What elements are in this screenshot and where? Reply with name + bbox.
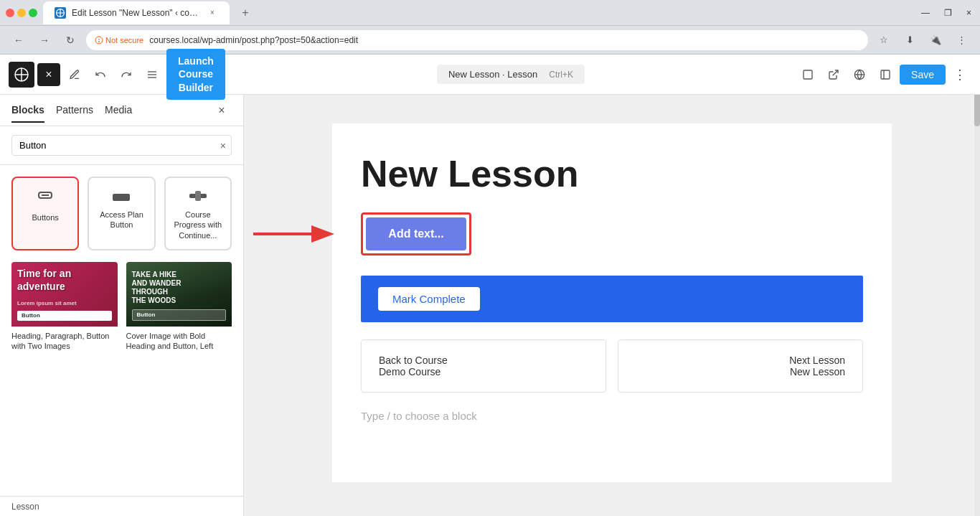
pattern-card-label-2: Cover Image with Bold Heading and Button… bbox=[126, 327, 232, 356]
url-text: courses.local/wp-admin/post.php?post=50&… bbox=[149, 35, 358, 45]
keyboard-shortcut: Ctrl+K bbox=[549, 70, 573, 80]
wp-logo[interactable] bbox=[9, 62, 34, 88]
pen-tool-button[interactable] bbox=[63, 63, 86, 86]
minimize-button[interactable]: — bbox=[918, 5, 933, 21]
pattern-card-hiking[interactable]: TAKE A HIKEAND WANDERTHROUGHTHE WOODS Bu… bbox=[126, 262, 232, 356]
svg-rect-12 bbox=[881, 70, 890, 79]
undo-button[interactable] bbox=[89, 63, 112, 86]
svg-rect-8 bbox=[804, 70, 812, 79]
mark-complete-bar: Mark Complete bbox=[361, 276, 863, 322]
lesson-title: New Lesson bbox=[361, 152, 863, 195]
sidebar-toggle-button[interactable] bbox=[874, 63, 897, 86]
more-options-button[interactable]: ⋮ bbox=[948, 63, 971, 86]
svg-line-9 bbox=[833, 70, 838, 75]
browser-menu-icon[interactable]: ⋮ bbox=[951, 30, 971, 50]
save-button[interactable]: Save bbox=[900, 65, 946, 85]
block-label-access-plan: Access Plan Button bbox=[95, 210, 148, 230]
access-plan-block-icon bbox=[113, 187, 130, 205]
block-search-container: × bbox=[0, 126, 243, 165]
search-clear-button[interactable]: × bbox=[220, 140, 226, 151]
pattern-card-label-1: Heading, Paragraph, Button with Two Imag… bbox=[11, 327, 118, 356]
external-link-button[interactable] bbox=[822, 63, 845, 86]
bookmark-icon[interactable]: ☆ bbox=[874, 30, 894, 50]
search-input[interactable] bbox=[11, 135, 232, 156]
next-lesson-label: Next Lesson bbox=[636, 355, 845, 366]
next-lesson-block[interactable]: Next Lesson New Lesson bbox=[618, 339, 863, 393]
scrollbar-track bbox=[974, 95, 980, 516]
blocks-content: Buttons Access Plan Button bbox=[0, 165, 243, 496]
list-view-button[interactable] bbox=[141, 63, 164, 86]
course-progress-block-icon bbox=[189, 187, 207, 205]
download-icon[interactable]: ⬇ bbox=[900, 30, 920, 50]
address-bar[interactable]: Not secure courses.local/wp-admin/post.p… bbox=[86, 30, 868, 50]
mark-complete-button[interactable]: Mark Complete bbox=[378, 287, 480, 311]
close-document-button[interactable]: × bbox=[37, 63, 60, 86]
blocks-sidebar: Blocks Patterns Media × × Butto bbox=[0, 95, 244, 516]
forward-button[interactable]: → bbox=[34, 30, 55, 50]
block-item-access-plan[interactable]: Access Plan Button bbox=[88, 177, 155, 250]
block-label-buttons: Buttons bbox=[32, 212, 59, 222]
new-tab-button[interactable]: + bbox=[235, 3, 255, 23]
tab-media[interactable]: Media bbox=[105, 98, 132, 123]
next-lesson-name: New Lesson bbox=[636, 366, 845, 377]
block-label-course-progress: Course Progress with Continue... bbox=[171, 210, 225, 240]
editor-content-area: New Lesson bbox=[244, 95, 980, 516]
close-tab-button[interactable]: × bbox=[207, 7, 218, 19]
tab-blocks[interactable]: Blocks bbox=[11, 98, 44, 123]
post-title-display: New Lesson · Lesson Ctrl+K bbox=[437, 65, 585, 84]
browser-tab[interactable]: Edit Lesson "New Lesson" ‹ cou... × bbox=[43, 1, 230, 24]
pattern-card-image-2: TAKE A HIKEAND WANDERTHROUGHTHE WOODS Bu… bbox=[126, 262, 232, 327]
red-arrow-indicator bbox=[253, 220, 339, 248]
sidebar-close-button[interactable]: × bbox=[212, 100, 232, 121]
back-to-course-label: Back to Course bbox=[379, 355, 588, 366]
svg-point-3 bbox=[99, 41, 100, 42]
scrollbar-thumb[interactable] bbox=[974, 95, 980, 126]
redo-button[interactable] bbox=[115, 63, 138, 86]
svg-rect-18 bbox=[195, 191, 201, 201]
back-button[interactable]: ← bbox=[9, 30, 29, 50]
type-hint: Type / to choose a block bbox=[361, 410, 863, 422]
view-button[interactable] bbox=[796, 63, 819, 86]
add-text-button[interactable]: Add text... bbox=[366, 217, 466, 250]
tab-title: Edit Lesson "New Lesson" ‹ cou... bbox=[72, 8, 201, 18]
close-window-button[interactable]: × bbox=[963, 5, 974, 21]
button-highlighted-container: Add text... bbox=[361, 212, 471, 255]
nav-blocks: Back to Course Demo Course Next Lesson N… bbox=[361, 339, 863, 393]
post-type-label: Lesson bbox=[0, 496, 243, 516]
block-item-course-progress[interactable]: Course Progress with Continue... bbox=[164, 177, 232, 250]
back-to-course-name: Demo Course bbox=[379, 366, 588, 377]
globe-button[interactable] bbox=[848, 63, 871, 86]
back-to-course-block[interactable]: Back to Course Demo Course bbox=[361, 339, 606, 393]
favicon-icon bbox=[55, 7, 66, 19]
button-block-container: Add text... bbox=[361, 212, 863, 255]
pattern-card-image-1: Time for anadventure Lorem ipsum sit ame… bbox=[11, 262, 118, 327]
editor-canvas: New Lesson bbox=[332, 123, 892, 482]
not-secure-indicator: Not secure bbox=[95, 36, 143, 44]
blocks-grid: Buttons Access Plan Button bbox=[11, 177, 232, 250]
pattern-card-adventure[interactable]: Time for anadventure Lorem ipsum sit ame… bbox=[11, 262, 118, 356]
svg-rect-16 bbox=[113, 194, 130, 201]
launch-course-builder-button[interactable]: Launch Course Builder bbox=[166, 49, 225, 100]
post-title-text: New Lesson · Lesson bbox=[448, 69, 537, 80]
pattern-cards: Time for anadventure Lorem ipsum sit ame… bbox=[11, 262, 232, 356]
reload-button[interactable]: ↻ bbox=[60, 30, 80, 50]
buttons-block-icon bbox=[37, 187, 54, 208]
maximize-button[interactable]: ❐ bbox=[941, 5, 955, 21]
block-item-buttons[interactable]: Buttons bbox=[11, 177, 79, 250]
tab-patterns[interactable]: Patterns bbox=[56, 98, 93, 123]
extensions-icon[interactable]: 🔌 bbox=[925, 30, 946, 50]
